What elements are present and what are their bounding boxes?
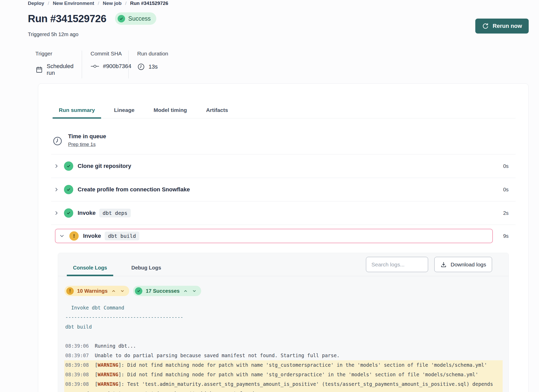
meta-value-text: #900b7364: [103, 63, 131, 70]
step-row-create-profile-from-connection-snowflake[interactable]: Create profile from connection Snowflake…: [51, 178, 516, 201]
check-circle-icon: [135, 287, 142, 295]
meta-label: Run duration: [137, 51, 168, 57]
search-logs-input[interactable]: [366, 257, 428, 272]
tab-debug-logs[interactable]: Debug Logs: [125, 265, 167, 276]
step-label: Invoke: [78, 210, 96, 216]
breadcrumb-separator: /: [48, 1, 49, 6]
calendar-icon: [35, 66, 43, 74]
run-detail-page: Deploy/New Environment/New job/Run #3415…: [0, 0, 539, 392]
console-log-output: Invoke dbt Command----------------------…: [64, 303, 509, 392]
meta-trigger: Trigger Scheduled run: [35, 51, 82, 78]
check-circle-icon: [64, 161, 73, 171]
tab-console-logs[interactable]: Console Logs: [67, 265, 113, 276]
breadcrumb-item-new-environment[interactable]: New Environment: [53, 1, 94, 6]
main-tabs: Run summaryLineageModel timingArtifacts: [51, 106, 516, 118]
chevron-down-icon[interactable]: [120, 288, 125, 294]
step-duration: 2s: [496, 210, 509, 216]
chevron-right-icon[interactable]: [53, 187, 60, 192]
status-badge: Success: [115, 12, 156, 25]
meta-value: 13s: [137, 63, 168, 73]
status-badge-label: Success: [128, 15, 151, 22]
successes-badge[interactable]: 17 Successes: [133, 286, 201, 296]
step-list: Clone git repository 0s Create profile f…: [51, 154, 516, 243]
logs-header: Console LogsDebug Logs Download logs: [58, 253, 509, 276]
warnings-badge[interactable]: ! 10 Warnings: [64, 286, 129, 296]
step-label: Create profile from connection Snowflake: [78, 186, 190, 193]
meta-label: Commit SHA: [91, 51, 128, 57]
step-main: ! Invokedbt build: [55, 229, 493, 243]
breadcrumb-separator: /: [125, 1, 126, 6]
clock-icon: [53, 136, 62, 154]
step-main: Create profile from connection Snowflake: [53, 178, 496, 201]
meta-value-text: 13s: [149, 63, 158, 70]
step-main: Clone git repository: [53, 154, 496, 178]
download-logs-button[interactable]: Download logs: [434, 257, 492, 272]
breadcrumb-separator: /: [98, 1, 99, 6]
log-controls: Download logs: [366, 257, 492, 272]
breadcrumb-item-run-341529726[interactable]: Run #341529726: [130, 1, 168, 6]
successes-badge-label: 17 Successes: [146, 288, 179, 294]
warning-icon: !: [69, 231, 79, 241]
warnings-badge-label: 10 Warnings: [77, 288, 108, 294]
meta-run-duration: Run duration 13s: [128, 51, 168, 78]
chevron-right-icon[interactable]: [53, 211, 60, 215]
step-row-clone-git-repository[interactable]: Clone git repository 0s: [51, 154, 516, 178]
meta-label: Trigger: [35, 51, 82, 57]
check-circle-icon: [118, 15, 125, 22]
refresh-icon: [482, 23, 489, 30]
step-duration: 9s: [496, 233, 509, 239]
meta-value: Scheduled run: [35, 63, 82, 78]
chevron-up-icon[interactable]: [111, 288, 116, 294]
step-label: Clone git repository: [78, 163, 131, 169]
triggered-text: Triggered 5h 12m ago: [28, 31, 78, 37]
page-title-row: Run #341529726 Success: [28, 12, 156, 25]
queue-title: Time in queue: [68, 133, 106, 140]
chevron-down-icon[interactable]: [58, 234, 66, 238]
tab-run-summary[interactable]: Run summary: [53, 106, 101, 118]
chevron-right-icon[interactable]: [53, 164, 60, 168]
page-title: Run #341529726: [28, 13, 106, 25]
log-line: Invoke dbt Command: [64, 303, 503, 313]
step-duration: 0s: [496, 163, 509, 169]
meta-commit-sha: Commit SHA #900b7364: [82, 51, 128, 78]
log-line: ----------------------------------------: [64, 313, 503, 322]
check-circle-icon: [64, 208, 73, 218]
breadcrumb: Deploy/New Environment/New job/Run #3415…: [28, 1, 168, 6]
step-command: dbt build: [105, 232, 139, 240]
meta-value-text: Scheduled run: [47, 63, 82, 76]
run-meta: Trigger Scheduled run Commit SHA #900b73…: [35, 51, 168, 78]
log-line: 08:39:08 [WARNING]: Did not find matchin…: [64, 370, 503, 379]
chevron-down-icon[interactable]: [192, 288, 197, 294]
tab-artifacts[interactable]: Artifacts: [200, 106, 234, 118]
step-main: Invokedbt deps: [53, 201, 496, 225]
log-line: on a node named 'stg_payments' in packag…: [64, 389, 503, 392]
log-badges: ! 10 Warnings 17 Successes: [64, 286, 509, 296]
step-duration: 0s: [496, 187, 509, 193]
step-row-invoke-dbt-build[interactable]: ! Invokedbt build 9s: [51, 225, 516, 243]
step-label: Invoke: [83, 233, 101, 239]
time-in-queue: Time in queue Prep time 1s: [51, 133, 516, 154]
warning-icon: !: [66, 287, 74, 295]
rerun-now-button[interactable]: Rerun now: [475, 19, 529, 34]
rerun-now-label: Rerun now: [493, 23, 522, 29]
run-summary-card: Run summaryLineageModel timingArtifacts …: [38, 83, 529, 392]
log-line: 08:39:08 [WARNING]: Test 'test.admin_mat…: [64, 379, 503, 389]
log-line: 08:39:07 Unable to do partial parsing be…: [64, 351, 503, 360]
clock-icon: [137, 63, 145, 71]
tab-lineage[interactable]: Lineage: [108, 106, 141, 118]
breadcrumb-item-deploy[interactable]: Deploy: [28, 1, 44, 6]
download-icon: [440, 261, 447, 268]
tab-model-timing[interactable]: Model timing: [147, 106, 193, 118]
log-line: [64, 332, 503, 341]
log-line: 08:39:08 [WARNING]: Did not find matchin…: [64, 360, 503, 370]
logs-panel: Console LogsDebug Logs Download logs ! 1…: [58, 253, 509, 392]
log-line: 08:39:06 Running dbt...: [64, 341, 503, 351]
step-row-invoke-dbt-deps[interactable]: Invokedbt deps 2s: [51, 201, 516, 225]
download-logs-label: Download logs: [451, 262, 486, 268]
step-command: dbt deps: [99, 209, 131, 217]
meta-value: #900b7364: [91, 63, 128, 72]
log-tabs: Console LogsDebug Logs: [67, 265, 167, 276]
chevron-up-icon[interactable]: [183, 288, 188, 294]
breadcrumb-item-new-job[interactable]: New job: [103, 1, 121, 6]
prep-time-link[interactable]: Prep time 1s: [68, 142, 96, 147]
